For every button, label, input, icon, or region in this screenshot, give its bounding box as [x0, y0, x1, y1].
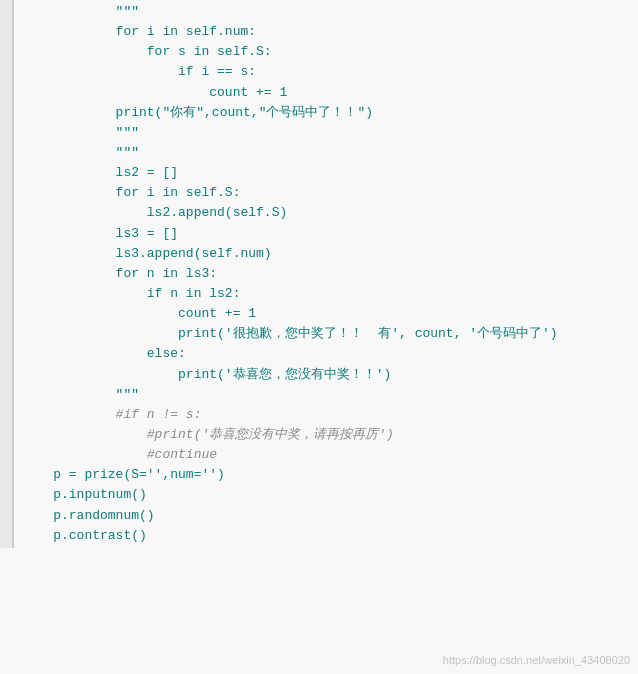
code-line: ls3 = [] [22, 224, 638, 244]
code-line: for i in self.S: [22, 183, 638, 203]
code-line: count += 1 [22, 304, 638, 324]
code-line: ls2.append(self.S) [22, 203, 638, 223]
code-line: """ [22, 143, 638, 163]
code-line: if i == s: [22, 62, 638, 82]
code-line: count += 1 [22, 83, 638, 103]
code-line: """ [22, 123, 638, 143]
code-line: for s in self.S: [22, 42, 638, 62]
code-area: """ for i in self.num: for s in self.S: … [14, 0, 638, 548]
code-line: """ [22, 2, 638, 22]
code-line: p.inputnum() [22, 485, 638, 505]
code-line: for i in self.num: [22, 22, 638, 42]
code-line: #if n != s: [22, 405, 638, 425]
line-gutter [0, 0, 14, 548]
code-line: print("你有",count,"个号码中了！！") [22, 103, 638, 123]
code-line: p.contrast() [22, 526, 638, 546]
code-line: print('很抱歉，您中奖了！！ 有', count, '个号码中了') [22, 324, 638, 344]
code-editor: """ for i in self.num: for s in self.S: … [0, 0, 638, 674]
code-line: ls2 = [] [22, 163, 638, 183]
editor-body: """ for i in self.num: for s in self.S: … [0, 0, 638, 548]
code-line: else: [22, 344, 638, 364]
code-line: #print('恭喜您没有中奖，请再按再厉') [22, 425, 638, 445]
code-line: p.randomnum() [22, 506, 638, 526]
code-line: if n in ls2: [22, 284, 638, 304]
code-line: #continue [22, 445, 638, 465]
watermark: https://blog.csdn.net/weixin_43408020 [443, 654, 630, 666]
code-line: ls3.append(self.num) [22, 244, 638, 264]
code-line: p = prize(S='',num='') [22, 465, 638, 485]
code-line: for n in ls3: [22, 264, 638, 284]
code-line: print('恭喜您，您没有中奖！！') [22, 365, 638, 385]
code-line: """ [22, 385, 638, 405]
